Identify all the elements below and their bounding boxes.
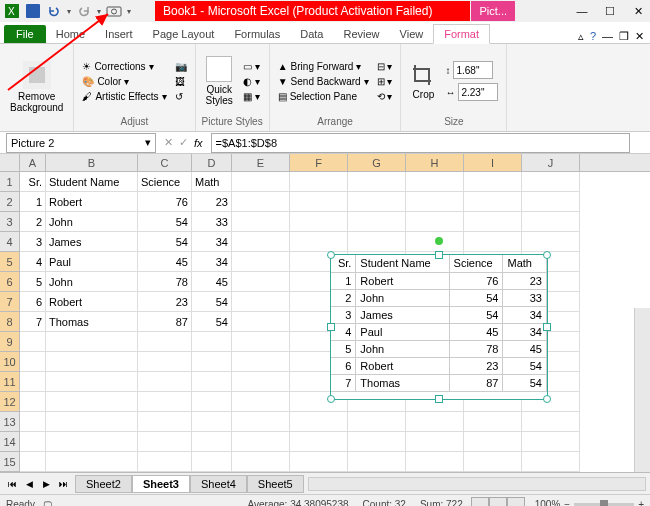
qat-customize-icon[interactable]: ▾: [125, 7, 133, 16]
tab-review[interactable]: Review: [333, 25, 389, 43]
row-header[interactable]: 9: [0, 332, 19, 352]
zoom-level[interactable]: 100%: [535, 499, 561, 506]
redo-dropdown-icon[interactable]: ▾: [95, 7, 103, 16]
cell[interactable]: [232, 372, 290, 392]
cell[interactable]: [522, 232, 580, 252]
cell[interactable]: John: [46, 212, 138, 232]
page-break-view-icon[interactable]: [507, 497, 525, 507]
cell[interactable]: [232, 332, 290, 352]
cell[interactable]: [138, 352, 192, 372]
sheet-nav-next-icon[interactable]: ▶: [38, 476, 54, 492]
resize-handle[interactable]: [327, 323, 335, 331]
col-header[interactable]: A: [20, 154, 46, 171]
cell[interactable]: [20, 372, 46, 392]
excel-icon[interactable]: X: [2, 2, 22, 20]
col-header[interactable]: C: [138, 154, 192, 171]
zoom-out-icon[interactable]: −: [564, 499, 570, 506]
cell[interactable]: [232, 212, 290, 232]
chevron-down-icon[interactable]: ▾: [145, 136, 151, 149]
doc-minimize-icon[interactable]: —: [602, 30, 613, 43]
cell[interactable]: [232, 352, 290, 372]
cell[interactable]: [192, 412, 232, 432]
cell[interactable]: [464, 192, 522, 212]
select-all-corner[interactable]: [0, 154, 20, 171]
cell[interactable]: [290, 172, 348, 192]
cell[interactable]: [192, 332, 232, 352]
redo-icon[interactable]: [74, 2, 94, 20]
cell[interactable]: [20, 412, 46, 432]
cell[interactable]: [522, 452, 580, 472]
enter-formula-icon[interactable]: ✓: [179, 136, 188, 149]
cell[interactable]: 23: [138, 292, 192, 312]
cell[interactable]: [348, 412, 406, 432]
cell[interactable]: 54: [192, 292, 232, 312]
cell[interactable]: [406, 212, 464, 232]
cell[interactable]: [46, 432, 138, 452]
row-header[interactable]: 11: [0, 372, 19, 392]
sheet-tab[interactable]: Sheet3: [132, 475, 190, 493]
picture-border-icon[interactable]: ▭ ▾: [241, 60, 262, 73]
resize-handle[interactable]: [543, 323, 551, 331]
row-header[interactable]: 4: [0, 232, 19, 252]
cell[interactable]: [20, 392, 46, 412]
tab-insert[interactable]: Insert: [95, 25, 143, 43]
cell[interactable]: 2: [20, 212, 46, 232]
tab-view[interactable]: View: [390, 25, 434, 43]
cell[interactable]: [406, 172, 464, 192]
resize-handle[interactable]: [327, 251, 335, 259]
cell[interactable]: 23: [192, 192, 232, 212]
cell[interactable]: Paul: [46, 252, 138, 272]
cell[interactable]: [46, 372, 138, 392]
cell[interactable]: [232, 252, 290, 272]
cell[interactable]: [20, 332, 46, 352]
cell[interactable]: [232, 392, 290, 412]
vertical-scrollbar[interactable]: [634, 308, 650, 472]
col-header[interactable]: D: [192, 154, 232, 171]
doc-restore-icon[interactable]: ❐: [619, 30, 629, 43]
cell[interactable]: Sr.: [20, 172, 46, 192]
cell[interactable]: [232, 292, 290, 312]
cell[interactable]: [464, 432, 522, 452]
cell[interactable]: 54: [138, 232, 192, 252]
cell[interactable]: Robert: [46, 292, 138, 312]
row-header[interactable]: 15: [0, 452, 19, 472]
compress-pictures-icon[interactable]: 📷: [173, 60, 189, 73]
cell[interactable]: [406, 432, 464, 452]
sheet-nav-last-icon[interactable]: ⏭: [55, 476, 71, 492]
cell[interactable]: [232, 172, 290, 192]
cells-area[interactable]: Sr.Student NameScienceMath1Robert76232Jo…: [20, 172, 650, 472]
tab-formulas[interactable]: Formulas: [224, 25, 290, 43]
picture-effects-icon[interactable]: ◐ ▾: [241, 75, 262, 88]
change-picture-icon[interactable]: 🖼: [173, 75, 189, 88]
cell[interactable]: [138, 452, 192, 472]
cell[interactable]: [522, 412, 580, 432]
corrections-button[interactable]: ☀Corrections ▾: [80, 60, 168, 73]
cell[interactable]: [348, 232, 406, 252]
cell[interactable]: James: [46, 232, 138, 252]
zoom-in-icon[interactable]: +: [638, 499, 644, 506]
sheet-tab[interactable]: Sheet2: [75, 475, 132, 493]
cell[interactable]: [138, 412, 192, 432]
artistic-effects-button[interactable]: 🖌Artistic Effects ▾: [80, 90, 168, 103]
quick-styles-button[interactable]: Quick Styles: [202, 46, 237, 116]
cell[interactable]: 54: [192, 312, 232, 332]
row-header[interactable]: 10: [0, 352, 19, 372]
rotate-handle[interactable]: [435, 237, 443, 245]
minimize-ribbon-icon[interactable]: ▵: [578, 30, 584, 43]
cell[interactable]: [464, 212, 522, 232]
cell[interactable]: [464, 232, 522, 252]
cell[interactable]: [192, 392, 232, 412]
cell[interactable]: 3: [20, 232, 46, 252]
row-header[interactable]: 13: [0, 412, 19, 432]
formula-bar[interactable]: =$A$1:$D$8: [211, 133, 630, 153]
row-header[interactable]: 14: [0, 432, 19, 452]
cell[interactable]: [192, 452, 232, 472]
cell[interactable]: Student Name: [46, 172, 138, 192]
cell[interactable]: 34: [192, 232, 232, 252]
cell[interactable]: [138, 432, 192, 452]
cell[interactable]: [192, 432, 232, 452]
sheet-nav-prev-icon[interactable]: ◀: [21, 476, 37, 492]
row-header[interactable]: 7: [0, 292, 19, 312]
cell[interactable]: [46, 452, 138, 472]
row-header[interactable]: 2: [0, 192, 19, 212]
